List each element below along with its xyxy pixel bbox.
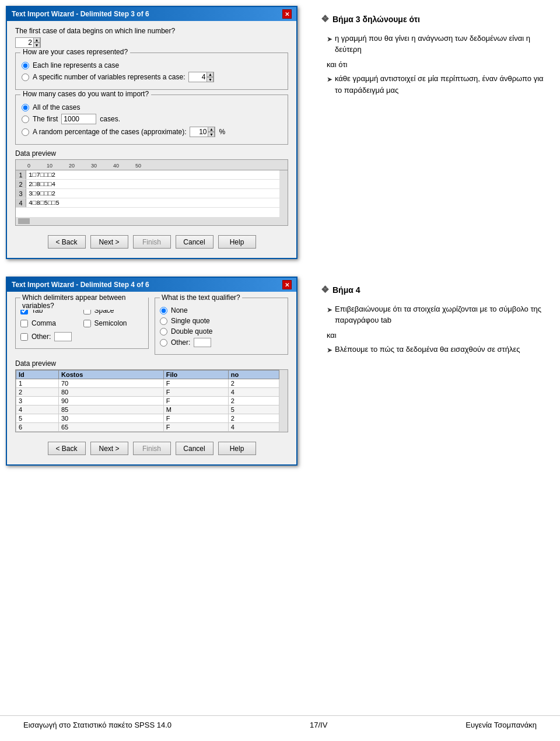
table-row: 3 3□9□□□2 — [16, 189, 279, 198]
cb-semicolon[interactable] — [83, 320, 91, 327]
cb-other[interactable] — [20, 333, 28, 341]
preview4-tbody: 170F2 280F4 390F2 — [16, 379, 279, 432]
radio-double[interactable] — [160, 328, 167, 335]
specific-up-btn[interactable]: ▲ — [206, 72, 214, 77]
step4-right: What is the text qualifier? None Single … — [155, 298, 288, 355]
random-up-btn[interactable]: ▲ — [208, 127, 215, 132]
table-row: 280F4 — [16, 388, 279, 397]
cb-semicolon-label: Semicolon — [94, 319, 127, 327]
cb-comma[interactable] — [20, 320, 28, 327]
dialog3-cancel-button[interactable]: Cancel — [176, 235, 214, 249]
radio-none-label: None — [171, 306, 188, 314]
other-delimiter-input[interactable] — [54, 332, 72, 341]
dialog4-finish-button[interactable]: Finish — [133, 442, 171, 455]
radio-other-qual-label: Other: — [171, 338, 190, 347]
line-number-input[interactable] — [16, 38, 33, 47]
radio-first-row[interactable]: The first cases. — [22, 114, 282, 124]
cb-other-row[interactable]: Other: — [20, 332, 144, 341]
step4-bullet1: ➤ Επιβεβαιώνουμε ότι τα στοιχεία χωρίζον… — [327, 303, 548, 326]
radio-each-line-row[interactable]: Each line represents a case — [22, 61, 282, 69]
preview4-table-wrapper: Id Kostos Filo no 170F2 — [16, 370, 279, 432]
step3-header-text: Βήμα 3 δηλώνουμε ότι — [332, 13, 420, 26]
dialog3-next-button[interactable]: Next > — [90, 235, 128, 249]
dialog4-help-button[interactable]: Help — [218, 442, 256, 455]
step4-kai1: και — [327, 330, 548, 342]
step3-header: ❖ Βήμα 3 δηλώνουμε ότι — [321, 12, 548, 27]
step4-arrow2-icon: ➤ — [327, 345, 332, 356]
dialog-step3: Text Import Wizard - Delimited Step 3 of… — [6, 6, 298, 259]
preview3-box: 0 10 20 30 40 50 1 1□7□□□2 — [15, 159, 288, 226]
radio-all[interactable] — [22, 104, 29, 111]
step4-arrow1-icon: ➤ — [327, 305, 332, 316]
specific-down-btn[interactable]: ▼ — [206, 77, 214, 82]
radio-double-row[interactable]: Double quote — [160, 327, 283, 335]
specific-spinner[interactable]: ▲ ▼ — [188, 72, 214, 82]
line-number-down-btn[interactable]: ▼ — [33, 43, 40, 48]
radio-first-label: The first — [33, 115, 58, 123]
radio-other-qual[interactable] — [160, 339, 167, 347]
dialog3-help-button[interactable]: Help — [218, 235, 256, 249]
cb-other-label: Other: — [32, 333, 51, 341]
dialog3-finish-button[interactable]: Finish — [133, 235, 171, 249]
radio-all-row[interactable]: All of the cases — [22, 103, 282, 111]
line-number-spin-buttons: ▲ ▼ — [33, 37, 40, 48]
qualifier-group-title: What is the text qualifier? — [160, 293, 242, 302]
radio-each-line-label: Each line represents a case — [33, 61, 119, 69]
step3-arrow2-icon: ➤ — [327, 74, 332, 85]
dialog4-next-button[interactable]: Next > — [90, 442, 128, 455]
preview3-hscroll[interactable] — [16, 217, 288, 225]
dialog4-cancel-button[interactable]: Cancel — [176, 442, 214, 455]
radio-specific[interactable] — [22, 74, 29, 81]
radio-specific-label: A specific number of variables represent… — [33, 73, 185, 81]
preview3-area: 1 1□7□□□2 2 2□8□□□4 3 3□9□□□2 — [16, 170, 288, 217]
radio-random[interactable] — [22, 128, 29, 136]
dialog4-back-button[interactable]: < Back — [48, 442, 86, 455]
first-input[interactable] — [61, 114, 96, 124]
step3-kai1: και ότι — [327, 59, 548, 71]
line-number-row: The first case of data begins on which l… — [15, 27, 288, 48]
step4-inner: Which delimiters appear between variable… — [15, 298, 288, 355]
preview3-section: Data preview 0 10 20 30 40 50 — [15, 149, 288, 226]
radio-single[interactable] — [160, 317, 167, 325]
step3-diamond-icon: ❖ — [321, 12, 329, 27]
preview4-scrollbar[interactable] — [279, 370, 288, 432]
preview4-section: Data preview Id Kostos Filo — [15, 359, 288, 432]
radio-none-row[interactable]: None — [160, 306, 283, 314]
footer-left: Εισαγωγή στο Στατιστικό πακέτο SPSS 14.0 — [23, 721, 172, 729]
radio-other-qual-row[interactable]: Other: — [160, 338, 283, 347]
step3-bullet1: ➤ η γραμμή που θα γίνει η ανάγνωση των δ… — [327, 33, 548, 55]
cb-comma-row[interactable]: Comma — [20, 319, 81, 327]
random-down-btn[interactable]: ▼ — [208, 132, 215, 137]
random-input[interactable] — [190, 127, 208, 137]
dialog3-back-button[interactable]: < Back — [48, 235, 86, 249]
radio-single-row[interactable]: Single quote — [160, 317, 283, 325]
radio-none[interactable] — [160, 307, 167, 314]
dialog4-close-button[interactable]: ✕ — [282, 280, 292, 289]
step3-arrow1-icon: ➤ — [327, 34, 332, 45]
step3-bullet2-text: κάθε γραμμή αντιστοιχεί σε μία περίπτωση… — [335, 73, 548, 96]
radio-random-row[interactable]: A random percentage of the cases (approx… — [22, 127, 282, 137]
import-group-title: How many cases do you want to import? — [20, 90, 151, 98]
preview3-scrollbar[interactable] — [279, 170, 288, 217]
step4-header-text: Βήμα 4 — [332, 284, 360, 296]
other-qualifier-input[interactable] — [194, 338, 211, 347]
radio-random-label: A random percentage of the cases (approx… — [33, 128, 186, 136]
specific-input[interactable] — [189, 72, 206, 82]
dialog3-close-button[interactable]: ✕ — [282, 9, 292, 19]
preview4-table: Id Kostos Filo no 170F2 — [16, 370, 279, 432]
table-row: 1 1□7□□□2 — [16, 170, 279, 180]
line-number-spinner[interactable]: ▲ ▼ — [15, 37, 41, 48]
cb-semicolon-row[interactable]: Semicolon — [83, 319, 144, 327]
page-content: Text Import Wizard - Delimited Step 3 of… — [0, 0, 560, 741]
hscroll-thumb[interactable] — [18, 218, 30, 224]
line-number-up-btn[interactable]: ▲ — [33, 37, 40, 43]
radio-each-line[interactable] — [22, 62, 29, 69]
radio-first[interactable] — [22, 116, 29, 123]
step4-bullet1-text: Επιβεβαιώνουμε ότι τα στοιχεία χωρίζοντα… — [335, 303, 548, 326]
bottom-section: Text Import Wizard - Delimited Step 4 of… — [6, 277, 554, 466]
table-row: 665F4 — [16, 423, 279, 432]
random-spinner[interactable]: ▲ ▼ — [190, 127, 215, 137]
radio-specific-row[interactable]: A specific number of variables represent… — [22, 72, 282, 82]
random-suffix: % — [219, 128, 225, 136]
preview4-inner: Id Kostos Filo no 170F2 — [16, 370, 288, 432]
